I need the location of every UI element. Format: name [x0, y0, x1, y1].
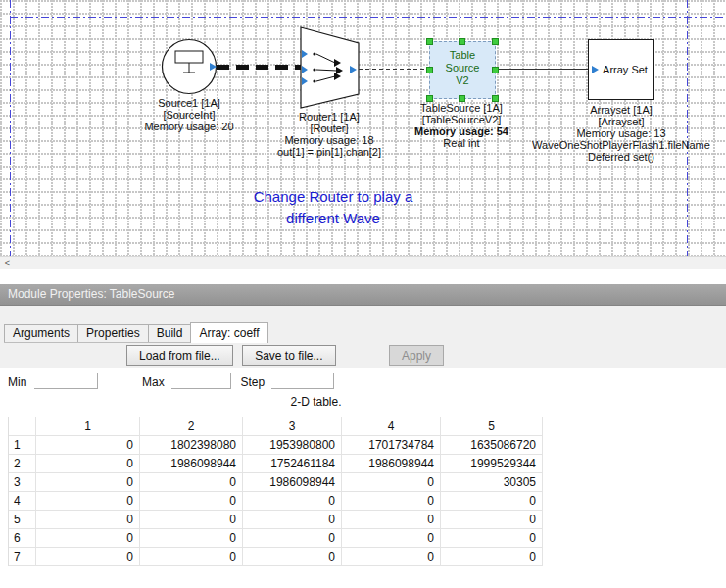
table-col-header: 2: [140, 417, 243, 436]
file-button-row: Load from file... Save to file... Apply: [126, 345, 449, 366]
selection-handle[interactable]: [426, 95, 433, 102]
connection-source-router[interactable]: [217, 65, 301, 70]
scroll-left-icon: <: [5, 258, 10, 268]
table-cell[interactable]: 0: [36, 473, 140, 492]
table-cell[interactable]: 0: [36, 511, 140, 529]
table-cell[interactable]: 0: [342, 511, 441, 529]
table-cell[interactable]: 1802398080: [140, 436, 243, 455]
table-cell[interactable]: 0: [342, 473, 441, 492]
source-symbol: [175, 51, 203, 63]
table-cell[interactable]: 1701734784: [342, 436, 441, 455]
table-cell[interactable]: 1986098944: [342, 455, 441, 473]
arrayset-block[interactable]: Array Set: [588, 39, 654, 100]
step-field[interactable]: [271, 373, 334, 389]
table-cell[interactable]: 0: [342, 529, 441, 548]
table-row-header: 2: [9, 455, 36, 473]
table-cell[interactable]: 0: [140, 473, 243, 492]
table-cell[interactable]: 0: [36, 529, 140, 548]
table-cell[interactable]: 1986098944: [243, 473, 342, 492]
table-cell[interactable]: 0: [342, 548, 441, 566]
table-cell[interactable]: 1635086720: [441, 436, 543, 455]
table-cell[interactable]: 0: [441, 548, 543, 566]
table-cell[interactable]: 0: [36, 455, 140, 473]
selection-handle[interactable]: [426, 38, 433, 45]
selection-handle[interactable]: [492, 95, 499, 102]
table-caption: 2-D table.: [0, 395, 632, 409]
max-field[interactable]: [171, 373, 231, 389]
connection-router-tablesource[interactable]: [359, 69, 429, 70]
array-editor-area: Min Max Step 2-D table. 1234510180239808…: [0, 368, 726, 588]
table-row-header: 3: [9, 473, 36, 492]
caption-line: Arrayset [1A]: [523, 104, 719, 116]
table-cell[interactable]: 0: [140, 511, 243, 529]
min-max-step-row: Min Max Step: [0, 373, 334, 393]
module-properties-titlebar[interactable]: Module Properties: TableSource: [0, 284, 726, 306]
table-col-header: 1: [36, 417, 140, 436]
table-cell[interactable]: 0: [243, 492, 342, 511]
table-corner-cell: [9, 417, 36, 436]
table-cell[interactable]: 0: [140, 529, 243, 548]
page-guide-top: [10, 17, 726, 18]
module-properties-title: Module Properties: TableSource: [8, 287, 175, 301]
caption-line: Memory usage: 13: [523, 127, 719, 139]
router-block[interactable]: [300, 26, 361, 110]
tablesource-shape: Table Source V2: [429, 41, 496, 99]
table-cell[interactable]: 0: [243, 548, 342, 566]
table-cell[interactable]: 0: [140, 548, 243, 566]
arrayset-label: Array Set: [599, 64, 652, 75]
selection-handle[interactable]: [459, 95, 465, 102]
table-cell[interactable]: 0: [140, 492, 243, 511]
tab-strip: Arguments Properties Build Array: coeff: [4, 322, 267, 343]
source-block[interactable]: [160, 37, 218, 96]
table-row-header: 6: [9, 529, 36, 548]
table-cell[interactable]: 0: [342, 492, 441, 511]
table-cell[interactable]: 0: [243, 529, 342, 548]
table-cell[interactable]: 1986098944: [140, 455, 243, 473]
selection-handle[interactable]: [492, 38, 499, 45]
route-node-dot: [313, 68, 315, 71]
min-label: Min: [8, 375, 26, 389]
coeff-table[interactable]: 1234510180239808019539808001701734784163…: [8, 416, 543, 566]
tab-build[interactable]: Build: [148, 324, 192, 342]
route-node-dot: [313, 79, 315, 82]
table-cell[interactable]: 0: [36, 548, 140, 566]
annotation-text[interactable]: Change Router to play a different Wave: [223, 186, 443, 229]
table-cell[interactable]: 0: [36, 436, 140, 455]
table-cell[interactable]: 0: [243, 511, 342, 529]
load-from-file-button[interactable]: Load from file...: [126, 345, 233, 366]
table-cell[interactable]: 30305: [441, 473, 543, 492]
table-cell[interactable]: 0: [441, 492, 543, 511]
table-row-header: 1: [9, 436, 36, 455]
canvas-hscrollbar[interactable]: <: [0, 256, 726, 269]
table-cell[interactable]: 1999529344: [441, 455, 543, 473]
step-label: Step: [240, 375, 265, 389]
apply-button: Apply: [389, 345, 444, 366]
caption-line: [Arrayset]: [523, 116, 719, 127]
table-col-header: 3: [243, 417, 342, 436]
tab-array-coeff[interactable]: Array: coeff: [190, 322, 267, 343]
connection-tablesource-arrayset[interactable]: [496, 69, 588, 70]
table-row-header: 4: [9, 492, 36, 511]
table-cell[interactable]: 0: [441, 529, 543, 548]
arrayset-caption: Arrayset [1A] [Arrayset] Memory usage: 1…: [523, 104, 719, 163]
table-cell[interactable]: 1953980800: [243, 436, 342, 455]
table-cell[interactable]: 0: [36, 492, 140, 511]
page-guide-left: [10, 0, 11, 256]
route-node-dot: [313, 52, 315, 55]
diagram-canvas[interactable]: Table Source V2 Array Set Source1 [1A] […: [0, 0, 726, 256]
tab-properties[interactable]: Properties: [77, 324, 149, 342]
table-cell[interactable]: 0: [441, 511, 543, 529]
selection-handle[interactable]: [492, 67, 499, 74]
module-properties-panel: Arguments Properties Build Array: coeff …: [0, 306, 726, 588]
annotation-line: different Wave: [223, 208, 443, 229]
table-cell[interactable]: 1752461184: [243, 455, 342, 473]
scroll-left-button[interactable]: <: [0, 257, 15, 270]
tab-arguments[interactable]: Arguments: [4, 324, 78, 342]
min-field[interactable]: [34, 373, 98, 389]
selection-handle[interactable]: [426, 67, 433, 74]
tablesource-block[interactable]: Table Source V2: [429, 41, 496, 99]
input-pin-icon[interactable]: [592, 66, 599, 74]
selection-handle[interactable]: [459, 38, 465, 45]
tablesource-label-line: Source: [430, 62, 495, 74]
save-to-file-button[interactable]: Save to file...: [242, 345, 335, 366]
